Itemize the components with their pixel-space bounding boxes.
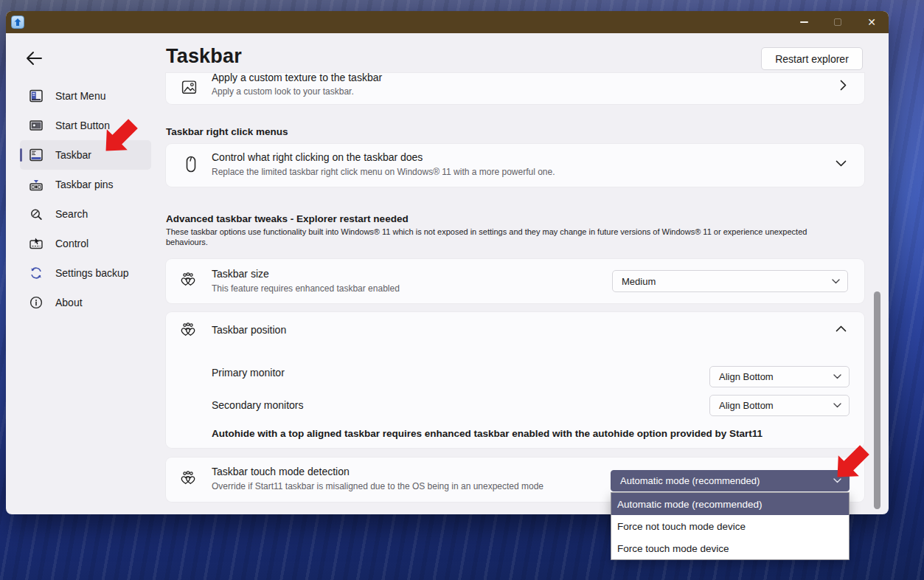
chevron-down-icon[interactable] [836,160,847,167]
dropdown-value: Medium [622,276,832,287]
secondary-monitors-label: Secondary monitors [212,399,304,411]
sidebar-item-start-menu[interactable]: Start Menu [20,81,151,111]
annotation-arrow-dropdown [824,437,878,490]
restart-explorer-button[interactable]: Restart explorer [761,47,863,70]
card-title: Control what right clicking on the taskb… [212,151,423,163]
minimize-button[interactable] [787,11,821,33]
selected-accent-bar [20,148,22,162]
close-button[interactable]: ✕ [855,11,889,33]
taskbar-position-card: Taskbar position Primary monitor Align B… [166,312,864,448]
touch-mode-dropdown-list: Automatic mode (recommended) Force not t… [611,492,850,560]
settings-backup-icon [28,265,44,281]
dropdown-value: Align Bottom [719,371,833,382]
taskbar-icon [28,147,44,163]
page-title: Taskbar [166,45,242,68]
start-menu-icon [28,88,44,104]
start11-app-icon [11,15,24,29]
card-title: Apply a custom texture to the taskbar [212,73,382,83]
primary-monitor-dropdown[interactable]: Align Bottom [709,366,850,387]
sidebar-item-label: Settings backup [55,267,129,279]
card-subtitle: Override if Start11 taskbar is misaligne… [212,481,543,491]
sidebar-item-about[interactable]: About [20,288,151,317]
dropdown-value: Automatic mode (recommended) [620,475,833,486]
close-icon: ✕ [867,17,876,27]
taskbar-pins-icon [28,176,44,193]
titlebar: ✕ [6,11,889,33]
restart-explorer-label: Restart explorer [775,53,849,65]
info-icon [28,294,44,311]
autohide-note: Autohide with a top aligned taskbar requ… [212,428,763,439]
sidebar-item-label: Control [55,238,88,249]
window-controls: ✕ [787,11,889,33]
chevron-down-icon [832,279,840,284]
taskbar-size-card: Taskbar size This feature requires enhan… [166,259,864,303]
sidebar-item-label: Taskbar [55,149,91,161]
sidebar-item-control[interactable]: Control [20,229,151,258]
control-icon [28,235,44,252]
custom-texture-card[interactable]: Apply a custom texture to the taskbar Ap… [166,73,864,104]
card-subtitle: This feature requires enhanced taskbar e… [212,283,400,294]
sidebar-item-label: Search [55,208,88,220]
card-title: Taskbar size [212,268,269,280]
chevron-down-icon [833,403,841,408]
sidebar-item-label: Taskbar pins [55,179,114,190]
search-icon [28,206,44,222]
sidebar-item-taskbar-pins[interactable]: Taskbar pins [20,170,151,199]
taskbar-size-dropdown[interactable]: Medium [612,270,848,292]
sidebar-item-search[interactable]: Search [20,199,151,229]
sidebar-item-label: About [55,297,83,308]
chevron-up-icon[interactable] [836,325,847,332]
minimize-icon [800,21,808,23]
section-advanced-description: These taskbar options use functionality … [166,227,848,247]
tweak-hearts-icon [179,322,197,339]
mouse-icon [184,155,198,174]
start-button-icon [28,117,44,134]
desktop: ✕ Taskbar Restart explorer Start Menu St… [0,0,924,580]
right-click-card[interactable]: Control what right clicking on the taskb… [166,144,864,187]
tweak-hearts-icon [179,470,197,488]
maximize-icon [834,18,841,26]
card-subtitle: Replace the limited taskbar right click … [212,167,555,177]
dropdown-option-force-not-touch[interactable]: Force not touch mode device [611,515,849,537]
back-button[interactable] [24,49,44,68]
card-title: Taskbar touch mode detection [212,466,350,477]
dropdown-value: Align Bottom [719,400,833,411]
touch-mode-dropdown[interactable]: Automatic mode (recommended) [611,470,850,491]
primary-monitor-label: Primary monitor [212,367,285,379]
section-right-click-menus: Taskbar right click menus [166,126,288,137]
image-icon [181,79,198,96]
sidebar-item-settings-backup[interactable]: Settings backup [20,258,151,288]
card-title: Taskbar position [212,324,286,336]
dropdown-option-automatic[interactable]: Automatic mode (recommended) [611,493,849,515]
secondary-monitors-dropdown[interactable]: Align Bottom [709,395,850,416]
chevron-down-icon [833,374,841,379]
annotation-arrow-taskbar [93,111,146,164]
maximize-button[interactable] [821,11,855,33]
sidebar-item-label: Start Menu [55,90,105,102]
section-advanced-tweaks: Advanced taskbar tweaks - Explorer resta… [166,213,409,224]
chevron-right-icon[interactable] [840,80,847,91]
tweak-hearts-icon [179,272,197,289]
dropdown-option-force-touch[interactable]: Force touch mode device [611,537,849,559]
card-subtitle: Apply a custom look to your taskbar. [212,86,354,97]
